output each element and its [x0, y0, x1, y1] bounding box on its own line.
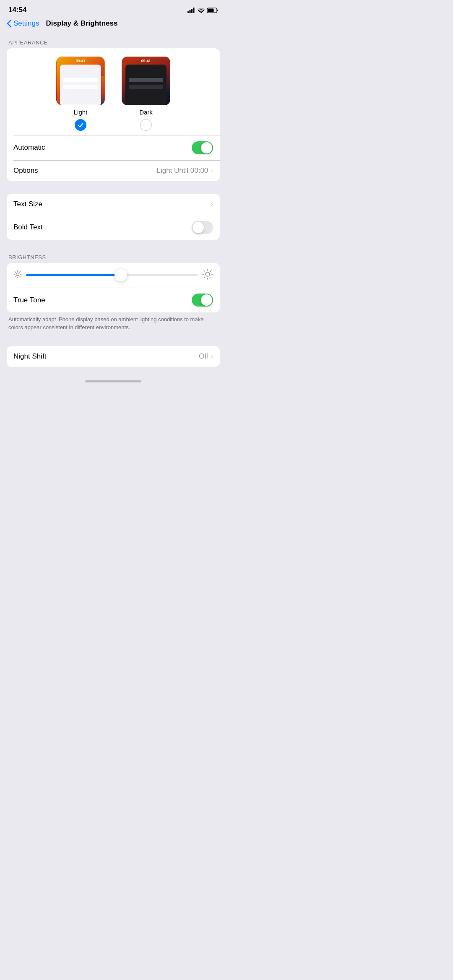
svg-line-12	[20, 276, 21, 277]
brightness-slider[interactable]	[26, 274, 198, 276]
back-label: Settings	[13, 19, 39, 28]
brightness-thumb[interactable]	[115, 269, 127, 281]
svg-rect-0	[187, 11, 189, 13]
page-title: Display & Brightness	[46, 19, 117, 28]
battery-icon	[207, 8, 218, 13]
svg-line-11	[15, 271, 16, 272]
true-tone-thumb	[201, 294, 212, 306]
light-theme-radio[interactable]	[75, 119, 86, 131]
dark-thumb-time: 09:41	[122, 59, 170, 63]
bold-text-toggle[interactable]	[192, 221, 213, 234]
dark-theme-option[interactable]: 09:41 Dark	[122, 57, 170, 131]
automatic-toggle[interactable]	[192, 141, 213, 154]
svg-rect-5	[208, 8, 214, 12]
true-tone-description: Automatically adapt iPhone display based…	[0, 312, 226, 338]
dark-theme-label: Dark	[139, 109, 153, 116]
brightness-fill	[26, 274, 121, 276]
brightness-section-label: BRIGHTNESS	[0, 248, 226, 263]
text-size-chevron: ›	[211, 200, 213, 208]
options-value: Light Until 00:00	[156, 166, 208, 175]
theme-thumbnails: 09:41 Light 09:41 Dark	[7, 48, 220, 135]
svg-rect-2	[191, 9, 193, 13]
text-size-row[interactable]: Text Size ›	[7, 194, 220, 215]
appearance-card: 09:41 Light 09:41 Dark	[7, 48, 220, 181]
back-button[interactable]: Settings	[7, 19, 39, 28]
night-shift-card[interactable]: Night Shift Off ›	[7, 346, 220, 367]
options-label: Options	[13, 166, 38, 175]
night-shift-label: Night Shift	[13, 352, 46, 361]
text-size-label: Text Size	[13, 200, 42, 208]
toggle-thumb	[201, 142, 212, 153]
bold-toggle-thumb	[193, 222, 204, 233]
svg-line-20	[204, 270, 205, 271]
light-theme-thumbnail: 09:41	[56, 57, 105, 105]
night-shift-row[interactable]: Night Shift Off ›	[7, 346, 220, 367]
home-bar	[85, 380, 141, 382]
svg-line-13	[20, 271, 21, 272]
svg-line-22	[211, 270, 211, 271]
svg-line-21	[211, 277, 211, 278]
status-time: 14:54	[8, 6, 26, 14]
options-chevron: ›	[211, 166, 213, 175]
svg-point-15	[206, 272, 210, 276]
svg-point-6	[16, 273, 19, 276]
brightness-card: True Tone	[7, 263, 220, 313]
brightness-slider-row	[7, 263, 220, 288]
light-thumb-time: 09:41	[57, 59, 104, 63]
brightness-min-icon	[13, 270, 22, 281]
night-shift-value-container: Off ›	[199, 352, 213, 361]
svg-rect-1	[190, 10, 191, 13]
appearance-section-label: APPEARANCE	[0, 34, 226, 48]
options-value-container: Light Until 00:00 ›	[156, 166, 213, 175]
nav-header: Settings Display & Brightness	[0, 17, 226, 34]
svg-line-23	[204, 277, 205, 278]
home-indicator	[0, 375, 226, 386]
dark-theme-thumbnail: 09:41	[122, 57, 170, 105]
dark-theme-radio[interactable]	[140, 119, 152, 131]
automatic-row: Automatic	[7, 135, 220, 160]
svg-line-14	[15, 276, 16, 277]
signal-icon	[187, 8, 195, 13]
brightness-max-icon	[202, 269, 213, 282]
brightness-section: BRIGHTNESS	[0, 248, 226, 338]
wifi-icon	[198, 8, 205, 13]
bold-text-row: Bold Text	[7, 215, 220, 240]
svg-rect-3	[193, 8, 195, 13]
true-tone-row: True Tone	[7, 288, 220, 312]
night-shift-value: Off	[199, 352, 208, 361]
night-shift-chevron: ›	[211, 352, 213, 361]
text-settings-card: Text Size › Bold Text	[7, 194, 220, 240]
true-tone-label: True Tone	[13, 296, 45, 304]
status-bar: 14:54	[0, 0, 226, 17]
status-icons	[187, 8, 218, 13]
bold-text-label: Bold Text	[13, 223, 43, 231]
true-tone-toggle[interactable]	[192, 294, 213, 307]
light-theme-label: Light	[74, 109, 88, 116]
automatic-label: Automatic	[13, 143, 45, 152]
light-theme-option[interactable]: 09:41 Light	[56, 57, 105, 131]
options-row[interactable]: Options Light Until 00:00 ›	[7, 160, 220, 181]
